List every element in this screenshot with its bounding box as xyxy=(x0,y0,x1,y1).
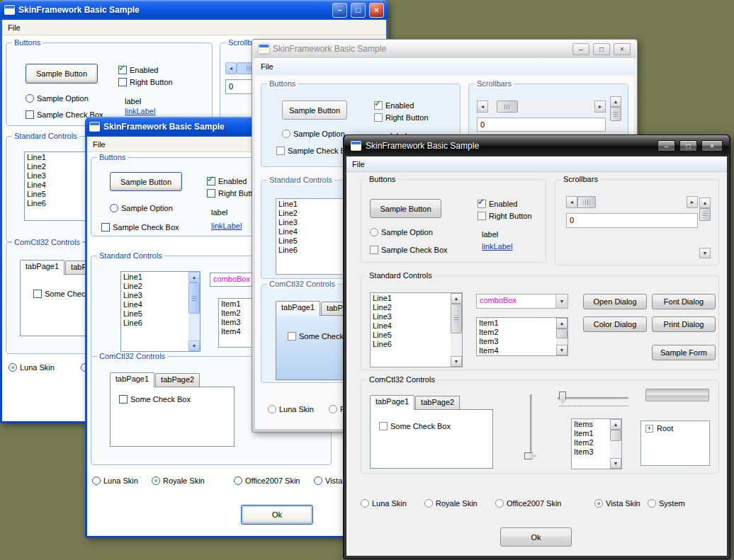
vertical-trackbar[interactable] xyxy=(524,393,538,462)
scroll-right-icon[interactable]: ► xyxy=(687,196,698,208)
scrollbar-track[interactable] xyxy=(488,101,594,113)
enabled-checkbox[interactable]: ✓Enabled xyxy=(118,65,158,75)
sample-button[interactable]: Sample Button xyxy=(110,172,182,191)
scroll-up-icon[interactable]: ▲ xyxy=(699,198,711,208)
menu-file[interactable]: File xyxy=(255,62,279,71)
scrollbar-track[interactable] xyxy=(610,430,621,458)
sample-option-radio[interactable]: Sample Option xyxy=(110,203,173,213)
list-item[interactable]: Line2 xyxy=(121,282,188,291)
sample-option-radio[interactable]: Sample Option xyxy=(370,227,433,237)
scrollbar-thumb[interactable] xyxy=(497,101,518,113)
skin-radio-luna[interactable]: Luna Skin xyxy=(268,404,314,414)
skin-radio-office2007[interactable]: Office2007 Skin xyxy=(234,476,300,486)
scroll-left-icon[interactable]: ◄ xyxy=(225,62,237,74)
link-label[interactable]: linkLabel xyxy=(125,107,155,115)
link-label[interactable]: linkLabel xyxy=(211,222,242,230)
list-item[interactable]: Line5 xyxy=(121,309,188,319)
close-button[interactable]: × xyxy=(614,43,631,55)
list-item[interactable]: Line1 xyxy=(121,273,188,282)
list-item[interactable]: Item3 xyxy=(572,447,610,457)
expand-icon[interactable]: + xyxy=(645,425,653,433)
skin-radio-luna[interactable]: Luna Skin xyxy=(9,362,55,372)
scroll-down-icon[interactable]: ▼ xyxy=(610,458,621,469)
scrollbar-track[interactable] xyxy=(451,304,462,356)
sample-check-box[interactable]: Sample Check Box xyxy=(370,245,448,255)
scrollbar-thumb[interactable] xyxy=(451,304,462,333)
link-label[interactable]: linkLabel xyxy=(482,242,512,251)
skin-radio-office2007[interactable]: Office2007 Skin xyxy=(495,498,561,508)
scrollbar-track[interactable] xyxy=(556,328,568,345)
enabled-checkbox[interactable]: ✓Enabled xyxy=(374,101,414,110)
list-item[interactable]: Line4 xyxy=(121,300,188,309)
menu-file[interactable]: File xyxy=(2,23,26,32)
minimize-button[interactable]: – xyxy=(572,43,589,55)
right-button-checkbox[interactable]: Right Button xyxy=(478,211,532,221)
skin-radio-royale[interactable]: Royale Skin xyxy=(424,498,478,508)
list-item[interactable]: Line2 xyxy=(276,209,346,218)
scroll-value-input[interactable]: 0 xyxy=(477,118,606,132)
scrollbar-track[interactable] xyxy=(577,196,687,208)
scrollbar-thumb[interactable] xyxy=(188,282,200,314)
list-item[interactable]: Item3 xyxy=(477,337,556,346)
list-item[interactable]: Line4 xyxy=(276,227,346,236)
tab-tabpage1[interactable]: tabPage1 xyxy=(110,372,154,387)
scroll-up-icon[interactable]: ▲ xyxy=(188,272,200,282)
scrollbar-thumb[interactable] xyxy=(610,107,621,121)
list-item[interactable]: Item2 xyxy=(572,438,610,447)
scrollbar-track[interactable] xyxy=(699,208,711,248)
list-item[interactable]: Line1 xyxy=(25,153,86,162)
tree-view[interactable]: + Root xyxy=(640,421,710,466)
skin-radio-royale[interactable]: Royale Skin xyxy=(152,476,205,486)
tab-tabpage2[interactable]: tabPage2 xyxy=(415,396,460,409)
open-dialog-button[interactable]: Open Dialog xyxy=(583,294,647,309)
scrollbar-track[interactable] xyxy=(188,282,200,341)
right-button-checkbox[interactable]: Right Button xyxy=(118,77,173,87)
horizontal-scrollbar[interactable]: ◄ ► xyxy=(566,196,698,208)
listbox-scrollbar[interactable]: ▲ ▼ xyxy=(556,318,568,355)
skin-radio-luna[interactable]: Luna Skin xyxy=(361,498,407,508)
print-dialog-button[interactable]: Print Dialog xyxy=(652,316,716,332)
scroll-right-icon[interactable]: ► xyxy=(594,101,606,113)
list-item[interactable]: Items xyxy=(572,420,610,429)
lines-listbox[interactable]: Line1 Line2 Line3 Line4 Line5 Line6 xyxy=(276,198,346,275)
lines-listbox[interactable]: Line1 Line2 Line3 Line4 Line5 Line6 xyxy=(24,152,86,221)
scrollbar-thumb[interactable] xyxy=(556,328,568,338)
list-item[interactable]: Line5 xyxy=(25,190,86,199)
right-button-checkbox[interactable]: Right Button xyxy=(374,113,429,122)
close-button[interactable]: × xyxy=(369,3,384,18)
tab-tabpage1[interactable]: tabPage1 xyxy=(276,301,320,316)
chevron-down-icon[interactable]: ▼ xyxy=(555,295,568,308)
listbox-scrollbar[interactable]: ▲ ▼ xyxy=(610,419,621,469)
list-item[interactable]: Item4 xyxy=(477,346,556,355)
scrollbar-thumb[interactable] xyxy=(699,208,711,221)
list-item[interactable]: Line3 xyxy=(25,171,86,181)
list-item[interactable]: Line3 xyxy=(276,218,346,227)
font-dialog-button[interactable]: Font Dialog xyxy=(652,294,716,309)
scroll-left-icon[interactable]: ◄ xyxy=(566,196,577,208)
list-item[interactable]: Item1 xyxy=(572,429,610,438)
list-item[interactable]: Line6 xyxy=(371,340,451,349)
minimize-button[interactable]: – xyxy=(332,3,347,18)
lines-listbox[interactable]: Line1 Line2 Line3 Line4 Line5 Line6 ▲ ▼ xyxy=(120,271,201,352)
vertical-scrollbar[interactable]: ▲ ▼ xyxy=(699,198,711,258)
scroll-up-icon[interactable]: ▲ xyxy=(610,96,621,107)
listview[interactable]: Items Item1 Item2 Item3 ▲ ▼ xyxy=(571,418,622,469)
scrollbar-thumb[interactable] xyxy=(577,196,596,208)
list-item[interactable]: Line6 xyxy=(276,246,346,255)
scroll-left-icon[interactable]: ◄ xyxy=(477,101,488,113)
sample-button[interactable]: Sample Button xyxy=(370,199,441,218)
skin-radio-vista[interactable]: Vista Skin xyxy=(594,498,640,508)
sample-option-radio[interactable]: Sample Option xyxy=(26,93,89,103)
list-item[interactable]: Line4 xyxy=(371,321,451,331)
scroll-down-icon[interactable]: ▼ xyxy=(451,356,462,367)
items-listbox[interactable]: Item1 Item2 Item3 Item4 ▲ ▼ xyxy=(476,317,568,356)
sample-button[interactable]: Sample Button xyxy=(26,64,98,84)
combo-box[interactable]: comboBox ▼ xyxy=(476,294,568,309)
list-item[interactable]: Line5 xyxy=(276,236,346,246)
list-item[interactable]: Line2 xyxy=(25,162,86,171)
sample-option-radio[interactable]: Sample Option xyxy=(282,129,345,139)
enabled-checkbox[interactable]: ✓Enabled xyxy=(478,199,517,209)
sample-form-button[interactable]: Sample Form xyxy=(652,345,716,360)
color-dialog-button[interactable]: Color Dialog xyxy=(583,316,647,332)
list-item[interactable]: Line2 xyxy=(371,303,451,312)
